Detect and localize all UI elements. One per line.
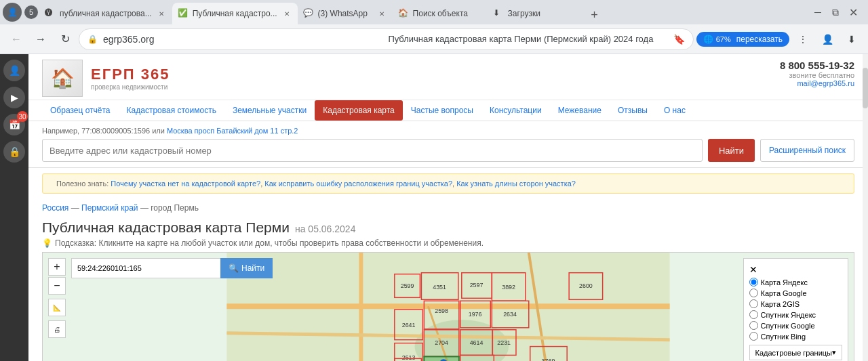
search-row: Найти Расширенный поиск xyxy=(42,139,854,162)
layer-google-radio[interactable] xyxy=(749,289,758,297)
close-button[interactable]: ✕ xyxy=(846,5,860,19)
nav-surveying[interactable]: Межевание xyxy=(550,100,610,121)
new-tab-button[interactable]: + xyxy=(585,5,604,24)
tab-search[interactable]: 🏠 Поиск объекта xyxy=(393,3,488,24)
nav-reviews[interactable]: Отзывы xyxy=(610,100,656,121)
restore-button[interactable]: ⧉ xyxy=(829,5,842,19)
layer-2gis-map[interactable]: Карта 2GIS xyxy=(749,299,842,308)
breadcrumb-perm-krai[interactable]: Пермский край xyxy=(81,203,138,213)
page-title-section: Публичная кадастровая карта Перми на 05.… xyxy=(28,217,868,252)
tab-whatsapp[interactable]: 💬 (3) WhatsApp ✕ xyxy=(298,3,393,24)
nav-actions: ⋮ 👤 ⬇ xyxy=(792,28,863,50)
tab-favicon-2: ✅ xyxy=(178,8,189,19)
tab-title-3: (3) WhatsApp xyxy=(318,9,372,18)
lock-icon: 🔒 xyxy=(87,35,98,44)
translate-button[interactable]: 🌐 67% пересказать xyxy=(696,32,789,47)
svg-text:1976: 1976 xyxy=(469,311,482,318)
sidebar-icon-play[interactable]: ▶ xyxy=(3,87,25,108)
layer-google-map[interactable]: Карта Google xyxy=(749,289,842,297)
info-link-3[interactable]: Как узнать длины сторон участка? xyxy=(456,179,576,188)
back-button[interactable]: ← xyxy=(5,28,27,50)
svg-text:2641: 2641 xyxy=(402,322,416,328)
page-layout: 👤 ▶ 📅 30 🔒 🏠 ЕГРП 365 про xyxy=(0,54,868,361)
zoom-out-button[interactable]: − xyxy=(48,277,66,295)
layer-google-label: Карта Google xyxy=(761,289,807,297)
contact-info: 8 800 555-19-32 звоните бесплатно mail@e… xyxy=(780,60,854,87)
layer-bing-satellite[interactable]: Спутник Bing xyxy=(749,332,842,341)
layer-bing-sat-radio[interactable] xyxy=(749,332,758,341)
nav-consultations[interactable]: Консультации xyxy=(481,100,550,121)
downloads-button[interactable]: ⬇ xyxy=(841,28,863,50)
map-search-button[interactable]: 🔍 Найти xyxy=(220,258,273,278)
sidebar-icon-calendar[interactable]: 📅 30 xyxy=(3,114,25,135)
search-section: Например, 77:08:0009005:1596 или Москва … xyxy=(28,121,868,168)
nav-land-plots[interactable]: Земельные участки xyxy=(224,100,315,121)
zoom-in-button[interactable]: + xyxy=(48,258,66,276)
map-controls-left: + − 📐 🖨 xyxy=(48,258,66,338)
layer-google-satellite[interactable]: Спутник Google xyxy=(749,321,842,330)
tab-close-3[interactable]: ✕ xyxy=(376,8,387,19)
nav-cadastral-map[interactable]: Кадастровая карта xyxy=(315,100,403,121)
search-hint-link[interactable]: Москва просп Батайский дом 11 стр.2 xyxy=(167,127,298,135)
site-header: 🏠 ЕГРП 365 проверка недвижимости 8 800 5… xyxy=(28,54,868,100)
egrp-logo-title: ЕГРП 365 xyxy=(91,66,170,83)
layer-2gis-label: Карта 2GIS xyxy=(761,300,800,308)
svg-text:2600: 2600 xyxy=(579,282,593,289)
profile-icon[interactable]: 👤 xyxy=(3,3,22,22)
sidebar-icon-profile[interactable]: 👤 xyxy=(3,60,25,81)
extensions-button[interactable]: ⋮ xyxy=(792,28,814,50)
breadcrumb-perm-city: город Пермь xyxy=(151,203,199,213)
nav-faq[interactable]: Частые вопросы xyxy=(403,100,481,121)
forward-button[interactable]: → xyxy=(30,28,52,50)
reload-button[interactable]: ↻ xyxy=(54,28,76,50)
tab-cadastral-2[interactable]: ✅ Публичная кадастро... ✕ xyxy=(172,3,298,24)
search-icon: 🔍 xyxy=(229,263,239,273)
main-search-button[interactable]: Найти xyxy=(708,139,755,162)
tab-counter[interactable]: 5 xyxy=(24,5,38,19)
map-container[interactable]: 4351 2597 2599 2598 3892 2634 xyxy=(42,252,854,361)
tab-close-1[interactable]: ✕ xyxy=(156,8,167,19)
search-hint: Например, 77:08:0009005:1596 или Москва … xyxy=(42,127,854,135)
nav-about[interactable]: О нас xyxy=(656,100,694,121)
map-search-input[interactable] xyxy=(71,258,220,278)
main-search-input[interactable] xyxy=(42,139,703,162)
title-bar: 👤 5 🅨 публичная кадастрова... ✕ ✅ Публич… xyxy=(0,0,868,24)
sidebar-icon-lock[interactable]: 🔒 xyxy=(3,141,25,163)
tab-badge-container: 5 xyxy=(24,5,38,19)
scrollbar-thumb[interactable] xyxy=(863,68,868,108)
cadastral-dropdown[interactable]: Кадастровые границы ▾ xyxy=(749,345,842,360)
page-title-date: на 05.06.2024 xyxy=(295,224,355,234)
tab-title-4: Поиск объекта xyxy=(413,9,482,18)
layer-yandex-radio[interactable] xyxy=(749,278,758,286)
layers-close-icon[interactable]: ✕ xyxy=(749,264,757,275)
svg-text:2598: 2598 xyxy=(435,307,448,314)
breadcrumb-russia[interactable]: Россия xyxy=(42,203,68,213)
layer-google-sat-radio[interactable] xyxy=(749,321,758,330)
nav-cadastral-value[interactable]: Кадастровая стоимость xyxy=(119,100,224,121)
layers-header: ✕ xyxy=(749,264,842,275)
hint-icon: 💡 xyxy=(42,238,52,248)
layer-yandex-sat-radio[interactable] xyxy=(749,310,758,319)
profile-button[interactable]: 👤 xyxy=(816,28,838,50)
advanced-search-button[interactable]: Расширенный поиск xyxy=(760,139,854,162)
tab-close-2[interactable]: ✕ xyxy=(281,8,292,19)
layer-yandex-map[interactable]: Карта Яндекс xyxy=(749,278,842,286)
nav-sample-report[interactable]: Образец отчёта xyxy=(42,100,119,121)
page-content: 👤 ▶ 📅 30 🔒 🏠 ЕГРП 365 про xyxy=(0,54,868,361)
tab-downloads[interactable]: ⬇ Загрузки xyxy=(488,3,583,24)
address-page-title: Публичная кадастровая карта Перми (Пермс… xyxy=(388,34,667,44)
minimize-button[interactable]: ─ xyxy=(811,5,825,19)
map-print-button[interactable]: 🖨 xyxy=(48,320,66,338)
info-link-1[interactable]: Почему участка нет на кадастровой карте? xyxy=(111,179,260,188)
main-content: 🏠 ЕГРП 365 проверка недвижимости 8 800 5… xyxy=(28,54,868,361)
svg-text:3892: 3892 xyxy=(502,284,515,291)
layer-2gis-radio[interactable] xyxy=(749,299,758,308)
page-scrollbar[interactable] xyxy=(863,54,868,361)
tab-cadastral-1[interactable]: 🅨 публичная кадастрова... ✕ xyxy=(39,3,172,24)
bookmark-icon[interactable]: 🔖 xyxy=(673,34,685,45)
map-measure-button[interactable]: 📐 xyxy=(48,299,66,316)
info-link-2[interactable]: Как исправить ошибку расположения границ… xyxy=(264,179,452,188)
address-bar[interactable]: 🔒 egrp365.org Публичная кадастровая карт… xyxy=(79,28,694,50)
layer-yandex-satellite[interactable]: Спутник Яндекс xyxy=(749,310,842,319)
page-subtitle-text: Подсказка: Кликните на карте на любой уч… xyxy=(55,238,484,248)
